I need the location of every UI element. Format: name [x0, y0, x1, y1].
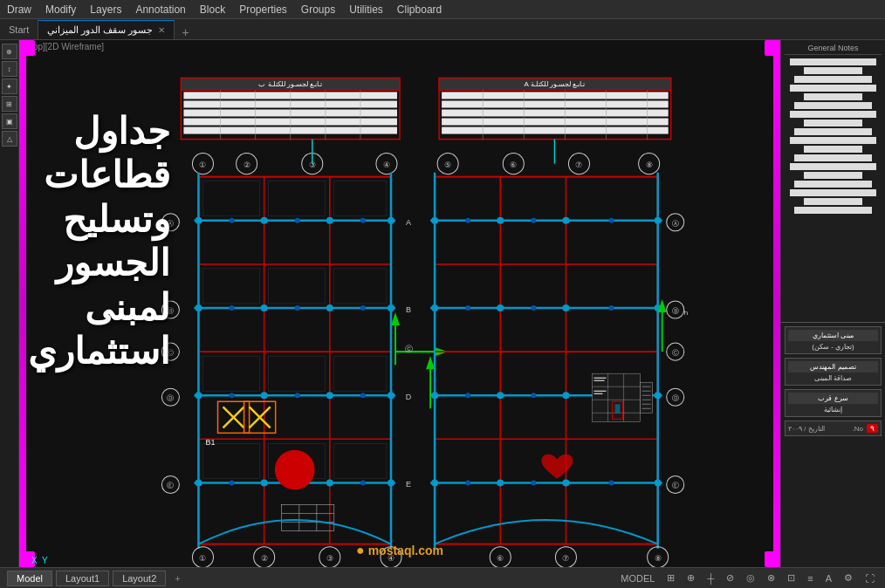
- notes-title: General Notes: [785, 44, 882, 55]
- svg-text:②: ②: [261, 554, 268, 563]
- snap-icon[interactable]: ⊕: [683, 571, 698, 585]
- svg-text:①: ①: [199, 161, 206, 169]
- svg-rect-87: [334, 269, 387, 304]
- ducs-icon[interactable]: ⊡: [784, 571, 799, 585]
- toolbar-btn-2[interactable]: ↕: [2, 61, 17, 77]
- otrack-icon[interactable]: ⊗: [764, 571, 779, 585]
- svg-text:تـابـع لجسـور للكتلـة A: تـابـع لجسـور للكتلـة A: [524, 80, 585, 88]
- arabic-overlay-text: جداولقطاعاتوتسليحالجسورلمبنىاستثماري: [28, 110, 170, 373]
- toolbar-btn-5[interactable]: ▣: [2, 113, 17, 129]
- menu-block[interactable]: Block: [193, 2, 232, 17]
- svg-rect-18: [442, 109, 669, 116]
- note-line-18: [794, 207, 872, 214]
- osnap-icon[interactable]: ◎: [743, 571, 758, 585]
- svg-text:D: D: [406, 393, 412, 401]
- toolbar-btn-3[interactable]: ✦: [2, 79, 17, 94]
- add-layout-button[interactable]: +: [169, 571, 185, 585]
- svg-marker-95: [391, 312, 400, 325]
- svg-point-150: [431, 479, 438, 486]
- menu-draw[interactable]: Draw: [0, 2, 38, 17]
- note-line-1: [790, 58, 877, 65]
- fullscreen-icon[interactable]: ⛶: [861, 571, 878, 585]
- svg-text:④: ④: [383, 161, 390, 169]
- designer-info-block: تصميم المهندس صداقة المبنى: [785, 358, 882, 386]
- svg-text:Ⓓ: Ⓓ: [672, 394, 679, 402]
- close-tab-icon[interactable]: ✕: [158, 25, 165, 35]
- status-left: Model Layout1 Layout2 +: [7, 571, 186, 586]
- svg-point-79: [230, 480, 235, 485]
- svg-point-61: [388, 304, 394, 311]
- layout1-tab[interactable]: Layout1: [56, 571, 109, 586]
- svg-text:⑦: ⑦: [575, 161, 582, 169]
- svg-point-72: [360, 218, 366, 223]
- svg-rect-19: [442, 119, 669, 126]
- svg-point-149: [655, 392, 662, 399]
- svg-rect-105: [282, 505, 334, 531]
- svg-text:h: h: [684, 309, 688, 317]
- toolbar-btn-6[interactable]: △: [2, 131, 17, 147]
- svg-point-142: [431, 304, 438, 311]
- menu-groups[interactable]: Groups: [294, 2, 342, 17]
- svg-text:⑧: ⑧: [655, 554, 662, 563]
- svg-text:⑧: ⑧: [646, 161, 653, 169]
- number-info-block: ٩ No. التاريخ / ٢٠٠٩: [785, 420, 882, 436]
- tab-drawing[interactable]: جسور سقف الدور الميزاني ✕: [38, 20, 175, 39]
- svg-rect-188: [615, 404, 621, 413]
- stage-info-block: سرع قرب إنشائية: [785, 389, 882, 417]
- svg-rect-86: [269, 269, 326, 304]
- toolbar-btn-1[interactable]: ⊕: [2, 44, 17, 59]
- svg-text:E: E: [406, 480, 411, 489]
- model-tab[interactable]: Model: [7, 571, 52, 586]
- layout2-tab[interactable]: Layout2: [113, 571, 166, 586]
- svg-point-74: [295, 305, 300, 311]
- grid-icon[interactable]: ⊞: [663, 571, 678, 585]
- annotate-icon[interactable]: A: [822, 571, 835, 585]
- svg-rect-83: [269, 181, 326, 216]
- workspace-icon[interactable]: ⚙: [840, 571, 856, 585]
- note-line-14: [804, 172, 862, 179]
- svg-point-57: [388, 217, 394, 224]
- left-toolbar: ⊕ ↕ ✦ ⊞ ▣ △: [0, 40, 19, 567]
- svg-rect-126: [435, 177, 658, 544]
- svg-rect-20: [442, 127, 669, 134]
- svg-point-151: [497, 479, 504, 486]
- svg-rect-16: [442, 92, 669, 99]
- svg-point-73: [230, 305, 235, 311]
- menu-layers[interactable]: Layers: [83, 2, 128, 17]
- svg-rect-84: [334, 181, 387, 216]
- svg-point-71: [295, 218, 300, 223]
- menu-clipboard[interactable]: Clipboard: [390, 2, 449, 17]
- coordinate-display: X Y: [31, 556, 48, 565]
- svg-point-68: [326, 479, 333, 486]
- menu-utilities[interactable]: Utilities: [342, 2, 390, 17]
- svg-text:Ⓐ: Ⓐ: [672, 220, 679, 228]
- svg-point-77: [295, 393, 300, 398]
- lweight-icon[interactable]: ≡: [804, 571, 816, 585]
- note-line-8: [804, 120, 862, 126]
- note-line-4: [790, 85, 877, 92]
- ortho-icon[interactable]: ┼: [703, 571, 717, 585]
- svg-point-153: [655, 479, 662, 486]
- menu-modify[interactable]: Modify: [38, 2, 83, 17]
- polar-icon[interactable]: ⊘: [723, 571, 738, 585]
- building-sublabel: (تجاري - سكن): [788, 343, 878, 351]
- tab-start[interactable]: Start: [0, 20, 38, 39]
- tab-bar: Start جسور سقف الدور الميزاني ✕ +: [0, 19, 885, 40]
- toolbar-btn-4[interactable]: ⊞: [2, 96, 17, 112]
- svg-point-156: [609, 218, 614, 223]
- svg-point-76: [230, 393, 235, 398]
- model-label: MODEL: [617, 571, 658, 585]
- svg-point-64: [326, 392, 333, 399]
- new-tab-button[interactable]: +: [175, 25, 196, 39]
- menu-properties[interactable]: Properties: [232, 2, 294, 17]
- canvas-area[interactable]: -][Top][2D Wireframe] جداولقطاعاتوتسليحا…: [19, 40, 780, 567]
- svg-text:②: ②: [244, 161, 250, 169]
- svg-point-59: [261, 304, 268, 311]
- svg-text:Ⓒ: Ⓒ: [672, 349, 679, 357]
- notes-panel: General Notes: [781, 40, 885, 323]
- svg-rect-89: [269, 356, 326, 391]
- svg-point-160: [465, 393, 470, 398]
- menu-annotation[interactable]: Annotation: [128, 2, 192, 17]
- note-line-16: [790, 189, 877, 196]
- status-right: MODEL ⊞ ⊕ ┼ ⊘ ◎ ⊗ ⊡ ≡ A ⚙ ⛶: [617, 571, 878, 585]
